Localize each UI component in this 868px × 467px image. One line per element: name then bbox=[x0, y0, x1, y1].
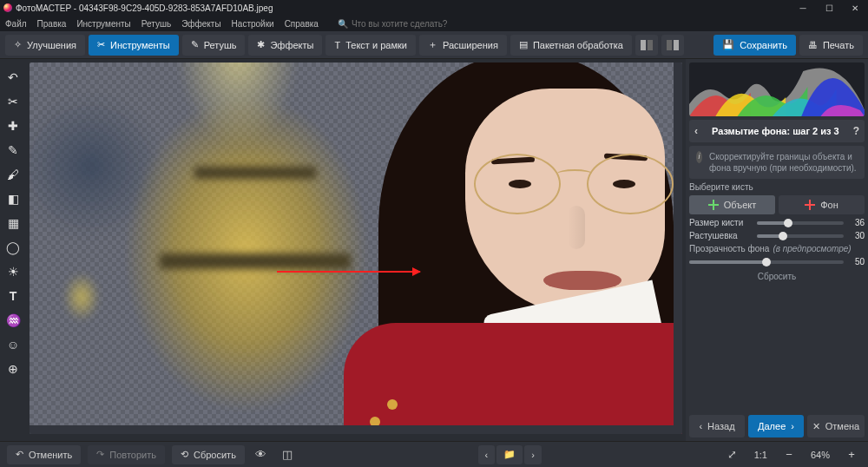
compare-b-icon[interactable] bbox=[661, 35, 684, 56]
effects-tab[interactable]: ✱ Эффекты bbox=[248, 35, 322, 56]
menu-effects[interactable]: Эффекты bbox=[181, 19, 220, 29]
grid-tool-icon[interactable]: ▦ bbox=[5, 215, 21, 231]
batch-button[interactable]: ▤ Пакетная обработка bbox=[510, 35, 632, 56]
vignette-tool-icon[interactable]: ◯ bbox=[5, 240, 21, 255]
brush-tool-icon[interactable]: 🖌 bbox=[5, 167, 21, 182]
feather-value: 30 bbox=[847, 231, 865, 240]
undo-icon: ↶ bbox=[16, 449, 23, 460]
object-label: Объект bbox=[724, 200, 756, 210]
zoom-pct[interactable]: 64% bbox=[806, 450, 835, 460]
bg-plus-icon bbox=[805, 204, 815, 206]
menu-search: 🔍 bbox=[338, 19, 473, 29]
subject-portrait bbox=[344, 62, 682, 434]
text-label: Текст и рамки bbox=[345, 40, 407, 50]
feather-label: Растушевка bbox=[689, 231, 753, 240]
maximize-button[interactable]: ☐ bbox=[816, 0, 842, 16]
cancel-button[interactable]: ✕ Отмена bbox=[807, 415, 865, 437]
menu-help[interactable]: Справка bbox=[285, 19, 319, 29]
reset-label: Сбросить bbox=[194, 450, 236, 460]
window-title: ФотоМАСТЕР - 04343F98-9C29-405D-9283-853… bbox=[16, 3, 273, 13]
zoom-out-icon[interactable]: − bbox=[779, 445, 799, 464]
reset-icon: ⟲ bbox=[181, 449, 188, 460]
file-nav-group: ‹ 📁 › bbox=[478, 445, 542, 464]
compare-a-icon[interactable] bbox=[635, 35, 658, 56]
reset-button[interactable]: ⟲ Сбросить bbox=[172, 445, 245, 464]
redo-button[interactable]: ↷ Повторить bbox=[88, 445, 165, 464]
opacity-slider[interactable] bbox=[689, 260, 844, 264]
retouch-tab[interactable]: ✎ Ретушь bbox=[182, 35, 246, 56]
pen-tool-icon[interactable]: ✎ bbox=[5, 142, 21, 158]
heal-tool-icon[interactable]: ✚ bbox=[5, 118, 21, 134]
zoom-ratio[interactable]: 1:1 bbox=[749, 450, 773, 460]
enhance-tab[interactable]: ✧ Улучшения bbox=[5, 35, 85, 56]
object-plus-icon bbox=[708, 204, 719, 206]
tools-tab[interactable]: ✂ Инструменты bbox=[89, 35, 179, 56]
canvas-scrollbar-v[interactable] bbox=[674, 62, 682, 434]
brush-size-value: 36 bbox=[847, 218, 865, 227]
reset-link[interactable]: Сбросить bbox=[689, 272, 865, 281]
eye-toggle-icon[interactable]: 👁 bbox=[252, 445, 271, 464]
info-icon: i bbox=[696, 151, 702, 163]
opacity-label: Прозрачность фона bbox=[689, 244, 769, 253]
brush-object-pill[interactable]: Объект bbox=[689, 195, 775, 214]
text-tool-icon[interactable]: T bbox=[5, 288, 21, 304]
crop-icon: ✂ bbox=[97, 39, 105, 50]
canvas[interactable] bbox=[30, 62, 682, 434]
zoom-in-icon[interactable]: + bbox=[842, 445, 861, 464]
feather-slider[interactable] bbox=[757, 234, 844, 238]
save-icon: 💾 bbox=[722, 39, 734, 50]
panel-back-icon[interactable]: ‹ bbox=[694, 125, 698, 137]
redo-label: Повторить bbox=[109, 450, 156, 460]
next-file-button[interactable]: › bbox=[524, 445, 542, 464]
undo-button[interactable]: ↶ Отменить bbox=[7, 445, 81, 464]
levels-tool-icon[interactable]: ♒ bbox=[5, 312, 21, 328]
globe-tool-icon[interactable]: ⊕ bbox=[5, 361, 21, 377]
app-logo-icon bbox=[3, 3, 12, 12]
brush-bg-pill[interactable]: Фон bbox=[779, 195, 865, 214]
histogram[interactable] bbox=[689, 62, 865, 116]
menu-file[interactable]: Файл bbox=[5, 19, 27, 29]
split-view-icon[interactable]: ◫ bbox=[278, 445, 297, 464]
stack-icon: ▤ bbox=[519, 39, 528, 50]
panel-help-icon[interactable]: ? bbox=[853, 125, 859, 137]
svg-rect-0 bbox=[641, 40, 646, 50]
opacity-value: 50 bbox=[847, 257, 865, 266]
undo-label: Отменить bbox=[29, 450, 72, 460]
opacity-row: 50 bbox=[689, 257, 865, 266]
fit-screen-icon[interactable]: ⤢ bbox=[723, 445, 742, 464]
browse-file-button[interactable]: 📁 bbox=[496, 445, 523, 464]
panel-nav: ‹ Назад Далее › ✕ Отмена bbox=[689, 415, 865, 437]
opacity-label-row: Прозрачность фона (в предпросмотре) bbox=[689, 244, 865, 253]
minimize-button[interactable]: ─ bbox=[790, 0, 816, 16]
annotation-arrow bbox=[277, 271, 420, 273]
chevron-left-icon: ‹ bbox=[699, 421, 702, 431]
face-tool-icon[interactable]: ☺ bbox=[5, 337, 21, 352]
brush-size-slider[interactable] bbox=[757, 221, 844, 225]
crop-tool-icon[interactable]: ✂ bbox=[5, 94, 21, 109]
menu-search-input[interactable] bbox=[352, 19, 473, 29]
menu-retouch[interactable]: Ретушь bbox=[141, 19, 171, 29]
menu-tools[interactable]: Инструменты bbox=[76, 19, 130, 29]
prev-file-button[interactable]: ‹ bbox=[478, 445, 496, 464]
menu-edit[interactable]: Правка bbox=[37, 19, 67, 29]
sun-tool-icon[interactable]: ☀ bbox=[5, 264, 21, 280]
text-icon: T bbox=[334, 40, 340, 50]
back-button[interactable]: ‹ Назад bbox=[689, 415, 745, 437]
left-toolbar: ↶ ✂ ✚ ✎ 🖌 ◧ ▦ ◯ ☀ T ♒ ☺ ⊕ bbox=[0, 59, 26, 441]
close-button[interactable]: ✕ bbox=[842, 0, 868, 16]
chevron-right-icon: › bbox=[791, 421, 794, 431]
print-button[interactable]: 🖶 Печать bbox=[799, 35, 863, 56]
text-tab[interactable]: T Текст и рамки bbox=[326, 35, 415, 56]
save-button[interactable]: 💾 Сохранить bbox=[713, 35, 796, 56]
extensions-tab[interactable]: ＋ Расширения bbox=[419, 35, 507, 56]
canvas-scrollbar-h[interactable] bbox=[30, 425, 682, 434]
gradient-tool-icon[interactable]: ◧ bbox=[5, 191, 21, 207]
retouch-label: Ретушь bbox=[204, 40, 237, 50]
next-button[interactable]: Далее › bbox=[748, 415, 804, 437]
undo-icon[interactable]: ↶ bbox=[5, 69, 21, 85]
close-icon: ✕ bbox=[812, 421, 820, 432]
brush-icon: ✎ bbox=[191, 39, 199, 50]
titlebar: ФотоМАСТЕР - 04343F98-9C29-405D-9283-853… bbox=[0, 0, 868, 16]
menu-settings[interactable]: Настройки bbox=[232, 19, 274, 29]
redo-icon: ↷ bbox=[96, 449, 104, 460]
